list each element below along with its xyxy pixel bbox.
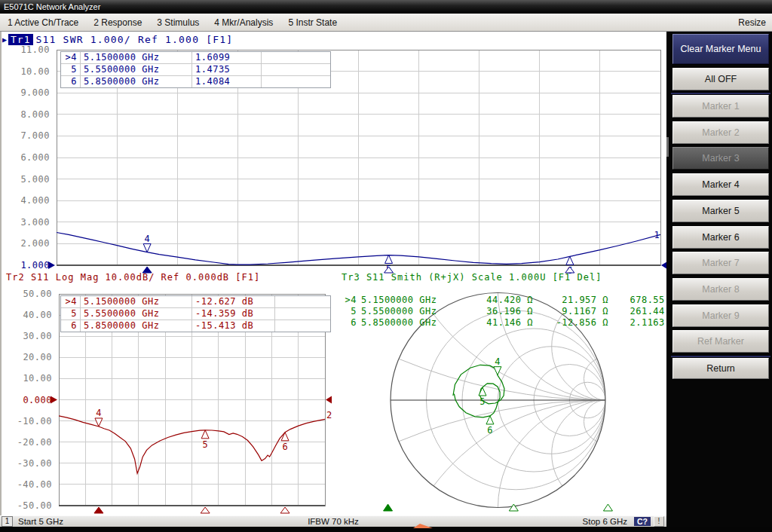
marker-cell: >4 (61, 296, 81, 307)
svg-text:7.000: 7.000 (20, 130, 50, 141)
svg-text:2.000: 2.000 (20, 238, 50, 249)
menu-item-3[interactable]: 3 Stimulus (149, 14, 207, 31)
svg-text:11.00: 11.00 (20, 44, 50, 55)
marker-cell: 1.4735 (192, 64, 262, 75)
alert-indicator: ! (654, 516, 664, 527)
menu-item-4[interactable]: 4 Mkr/Analysis (207, 14, 280, 31)
sidebar-button-marker-7[interactable]: Marker 7 (672, 252, 769, 274)
marker-cell: -15.413 dB (192, 320, 275, 332)
sidebar-button-marker-9[interactable]: Marker 9 (672, 304, 769, 327)
tr3-marker-readout: >45.1500000 GHz44.420 Ω21.957 Ω678.55 pH… (341, 295, 685, 329)
marker-cell: 5 (61, 308, 81, 320)
svg-text:5: 5 (203, 439, 208, 450)
marker-cell (262, 64, 330, 75)
tr3-marker-cell: 5 (341, 306, 359, 317)
marker-row: 65.8500000 GHz1.4084 (61, 75, 330, 87)
tr3-marker-cell: 9.1167 Ω (535, 306, 611, 317)
svg-text:0.000: 0.000 (23, 395, 52, 405)
window-titlebar: E5071C Network Analyzer (0, 0, 772, 14)
sidebar-button-marker-4[interactable]: Marker 4 (672, 173, 769, 196)
tr1-marker-table: >45.1500000 GHz1.609955.5500000 GHz1.473… (60, 51, 331, 88)
marker-cell (275, 320, 330, 332)
marker-row: 55.5500000 GHz1.4735 (61, 63, 330, 75)
tr3-marker-cell: 5.8500000 GHz (359, 317, 466, 329)
svg-text:6: 6 (487, 425, 492, 436)
marker-cell: -14.359 dB (192, 308, 275, 320)
softkey-menu-title: Clear Marker Menu (672, 34, 769, 64)
svg-text:4: 4 (495, 356, 500, 367)
trace-display-area: 11.0010.009.0008.0007.0006.0005.0004.000… (2, 32, 666, 515)
sidebar-grip[interactable] (666, 137, 669, 157)
svg-text:30.00: 30.00 (23, 331, 52, 341)
menu-item-resize[interactable]: Resize (732, 14, 772, 31)
sidebar-button-return[interactable]: Return (672, 358, 769, 379)
tr3-marker-cell: 6 (341, 317, 359, 329)
tr3-marker-cell: 41.146 Ω (466, 317, 535, 329)
marker-cell: 6 (61, 320, 81, 332)
sidebar-button-marker-3[interactable]: Marker 3 (672, 147, 769, 170)
tr3-marker-cell: -12.856 Ω (535, 317, 611, 329)
tr3-marker-cell: 36.196 Ω (466, 306, 535, 317)
sidebar-button-marker-2[interactable]: Marker 2 (672, 121, 769, 144)
sidebar-button-all-off[interactable]: All OFF (672, 68, 769, 90)
tr3-marker-row: 65.8500000 GHz41.146 Ω-12.856 Ω2.1163 pF (341, 317, 685, 329)
svg-text:6.000: 6.000 (20, 152, 50, 163)
menu-bar: 1 Active Ch/Trace2 Response3 Stimulus4 M… (0, 14, 772, 32)
marker-cell: 5 (61, 64, 81, 75)
sidebar-separator (671, 92, 770, 94)
mouse-pointer (413, 524, 433, 528)
marker-cell: 5.8500000 GHz (81, 320, 192, 332)
svg-text:-40.00: -40.00 (17, 479, 52, 490)
svg-text:4: 4 (145, 234, 150, 244)
bottom-strip (0, 527, 772, 532)
tr1-header: ▶ Tr1 S11 SWR 1.000/ Ref 1.000 [F1] (2, 33, 233, 45)
svg-text:1: 1 (654, 230, 659, 240)
tr3-marker-cell: 21.957 Ω (535, 295, 611, 306)
marker-cell (262, 76, 330, 87)
svg-text:-30.00: -30.00 (17, 458, 52, 469)
tr3-marker-cell: 44.420 Ω (466, 295, 535, 306)
tr3-header[interactable]: Tr3 S11 Smith (R+jX) Scale 1.000U [F1 De… (342, 272, 602, 283)
svg-text:3.000: 3.000 (20, 217, 50, 228)
svg-text:4.000: 4.000 (20, 195, 50, 206)
marker-cell: 1.6099 (192, 52, 262, 63)
tr3-marker-cell: >4 (341, 295, 359, 306)
calibration-status-badge: C? (634, 517, 651, 526)
svg-text:5.000: 5.000 (20, 174, 50, 185)
sidebar-button-marker-8[interactable]: Marker 8 (672, 278, 769, 301)
sidebar-button-marker-1[interactable]: Marker 1 (672, 95, 769, 118)
sidebar-button-ref-marker[interactable]: Ref Marker (672, 330, 769, 353)
tr1-tag[interactable]: Tr1 (8, 34, 32, 45)
marker-cell (275, 296, 330, 307)
menu-item-1[interactable]: 1 Active Ch/Trace (0, 14, 86, 31)
ifbw-label: IFBW 70 kHz (308, 517, 359, 526)
marker-cell: 5.5500000 GHz (81, 308, 192, 320)
marker-cell: 5.1500000 GHz (81, 52, 192, 63)
sidebar-separator (671, 355, 770, 357)
svg-text:6: 6 (282, 442, 287, 452)
svg-text:-10.00: -10.00 (17, 416, 52, 427)
tr3-marker-cell: 5.5500000 GHz (359, 306, 466, 317)
svg-text:8.000: 8.000 (20, 109, 50, 120)
marker-cell: 1.4084 (192, 76, 262, 87)
marker-cell: >4 (61, 52, 81, 63)
marker-cell (262, 52, 330, 63)
tr2-marker-table: >45.1500000 GHz-12.627 dB55.5500000 GHz-… (60, 295, 331, 332)
svg-text:1.000: 1.000 (20, 260, 50, 271)
marker-row: 55.5500000 GHz-14.359 dB (61, 307, 330, 320)
menu-item-2[interactable]: 2 Response (86, 14, 149, 31)
menu-item-5[interactable]: 5 Instr State (280, 14, 345, 31)
tr3-marker-cell: 5.1500000 GHz (359, 295, 466, 306)
svg-text:-50.00: -50.00 (17, 500, 52, 511)
svg-text:10.00: 10.00 (20, 66, 50, 77)
status-bar: 1 Start 5 GHz IFBW 70 kHz Stop 6 GHz C? … (0, 515, 666, 527)
sidebar-button-marker-5[interactable]: Marker 5 (672, 200, 769, 222)
softkey-sidebar: Clear Marker Menu All OFFMarker 1Marker … (666, 32, 772, 532)
tr2-header[interactable]: Tr2 S11 Log Mag 10.00dB/ Ref 0.000dB [F1… (6, 272, 260, 283)
svg-text:40.00: 40.00 (23, 310, 52, 320)
marker-cell: -12.627 dB (192, 296, 275, 307)
marker-row: 65.8500000 GHz-15.413 dB (61, 320, 330, 332)
svg-text:4: 4 (96, 408, 101, 418)
sidebar-button-marker-6[interactable]: Marker 6 (672, 226, 769, 249)
tr1-format-text: S11 SWR 1.000/ Ref 1.000 [F1] (36, 34, 234, 45)
